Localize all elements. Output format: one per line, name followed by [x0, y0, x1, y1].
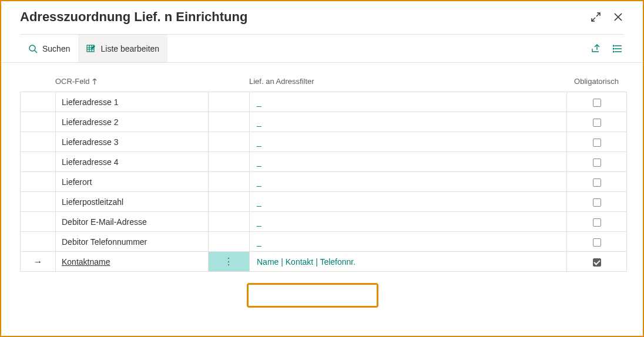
row-menu-cell[interactable] — [209, 112, 250, 132]
obligatory-cell[interactable] — [567, 232, 627, 252]
toolbar-right — [590, 43, 624, 55]
obligatory-cell[interactable] — [567, 152, 627, 172]
row-indicator — [21, 192, 56, 212]
address-filter-cell[interactable]: _ — [250, 152, 567, 172]
obligatory-checkbox[interactable] — [593, 238, 601, 247]
obligatory-cell[interactable] — [567, 212, 627, 232]
obligatory-checkbox[interactable] — [593, 139, 601, 147]
ocr-field-cell[interactable]: Lieferadresse 4 — [56, 152, 209, 172]
ocr-field-cell[interactable]: Debitor Telefonnummer — [56, 232, 209, 252]
row-indicator — [21, 172, 56, 192]
svg-point-4 — [613, 51, 614, 52]
highlight-annotation — [247, 283, 378, 308]
obligatory-cell[interactable] — [567, 92, 627, 112]
data-grid: Lieferadresse 1_Lieferadresse 2_Lieferad… — [20, 92, 627, 272]
address-filter-cell[interactable]: _ — [250, 112, 567, 132]
header: Adresszuordnung Lief. n Einrichtung — [1, 1, 643, 34]
table-row[interactable]: →Kontaktname⋮Name | Kontakt | Telefonnr. — [21, 252, 627, 272]
toolbar: Suchen Liste bearbeiten — [1, 35, 643, 63]
address-filter-cell[interactable]: _ — [250, 132, 567, 152]
ocr-field-cell[interactable]: Debitor E-Mail-Adresse — [56, 212, 209, 232]
obligatory-cell[interactable] — [567, 132, 627, 152]
close-icon[interactable] — [612, 11, 624, 23]
list-view-icon[interactable] — [612, 43, 624, 55]
row-indicator — [21, 152, 56, 172]
ocr-field-cell[interactable]: Lieferadresse 3 — [56, 132, 209, 152]
ocr-field-cell[interactable]: Lieferadresse 1 — [56, 92, 209, 112]
row-indicator — [21, 212, 56, 232]
expand-icon[interactable] — [590, 11, 602, 23]
address-filter-cell[interactable]: _ — [250, 172, 567, 192]
svg-point-3 — [613, 48, 614, 49]
row-menu-cell[interactable] — [209, 92, 250, 112]
obligatory-checkbox[interactable] — [593, 218, 601, 227]
obligatory-checkbox[interactable] — [593, 159, 601, 167]
row-indicator — [21, 92, 56, 112]
column-header-filter[interactable]: Lief. an Adressfilter — [249, 77, 566, 86]
obligatory-checkbox[interactable] — [593, 119, 601, 127]
table-row[interactable]: Lieferadresse 1_ — [21, 92, 627, 112]
table-row[interactable]: Debitor E-Mail-Adresse_ — [21, 212, 627, 232]
search-label: Suchen — [42, 44, 70, 53]
table-row[interactable]: Debitor Telefonnummer_ — [21, 232, 627, 252]
svg-point-2 — [613, 45, 614, 46]
row-menu-cell[interactable] — [209, 192, 250, 212]
grid-area: OCR-Feld Lief. an Adressfilter Obligator… — [1, 63, 643, 272]
table-row[interactable]: Lieferpostleitzahl_ — [21, 192, 627, 212]
table-row[interactable]: Lieferadresse 2_ — [21, 112, 627, 132]
address-filter-cell[interactable]: _ — [250, 232, 567, 252]
address-filter-cell[interactable]: _ — [250, 192, 567, 212]
row-indicator — [21, 232, 56, 252]
row-indicator: → — [21, 252, 56, 272]
row-indicator — [21, 112, 56, 132]
row-menu-cell[interactable] — [209, 172, 250, 192]
address-filter-cell[interactable]: Name | Kontakt | Telefonnr. — [250, 252, 567, 272]
row-menu-cell[interactable] — [209, 152, 250, 172]
row-indicator — [21, 132, 56, 152]
row-menu-cell[interactable] — [209, 232, 250, 252]
page-title: Adresszuordnung Lief. n Einrichtung — [20, 9, 247, 25]
column-header-oblig[interactable]: Obligatorisch — [566, 77, 626, 86]
more-vertical-icon[interactable]: ⋮ — [224, 257, 234, 267]
row-menu-cell[interactable] — [209, 212, 250, 232]
obligatory-checkbox[interactable] — [593, 178, 601, 187]
grid-header: OCR-Feld Lief. an Adressfilter Obligator… — [20, 77, 624, 92]
arrow-right-icon: → — [33, 257, 43, 267]
table-row[interactable]: Lieferadresse 3_ — [21, 132, 627, 152]
obligatory-cell[interactable] — [567, 112, 627, 132]
toolbar-left: Suchen Liste bearbeiten — [20, 35, 167, 62]
table-row[interactable]: Lieferort_ — [21, 172, 627, 192]
obligatory-cell[interactable] — [567, 252, 627, 272]
svg-point-0 — [29, 45, 35, 51]
ocr-field-cell[interactable]: Lieferadresse 2 — [56, 112, 209, 132]
ocr-field-cell[interactable]: Lieferpostleitzahl — [56, 192, 209, 212]
obligatory-cell[interactable] — [567, 172, 627, 192]
obligatory-checkbox[interactable] — [593, 258, 601, 267]
edit-list-button[interactable]: Liste bearbeiten — [78, 35, 167, 62]
column-header-ocr[interactable]: OCR-Feld — [55, 77, 97, 86]
address-filter-cell[interactable]: _ — [250, 92, 567, 112]
ocr-field-cell[interactable]: Kontaktname — [56, 252, 209, 272]
header-actions — [590, 11, 624, 23]
row-menu-cell[interactable]: ⋮ — [209, 252, 250, 272]
sort-asc-icon — [92, 79, 97, 85]
address-filter-cell[interactable]: _ — [250, 212, 567, 232]
obligatory-checkbox[interactable] — [593, 198, 601, 207]
obligatory-cell[interactable] — [567, 192, 627, 212]
share-icon[interactable] — [590, 43, 602, 55]
search-button[interactable]: Suchen — [20, 35, 78, 62]
row-menu-cell[interactable] — [209, 132, 250, 152]
edit-list-label: Liste bearbeiten — [100, 44, 159, 53]
ocr-field-cell[interactable]: Lieferort — [56, 172, 209, 192]
obligatory-checkbox[interactable] — [593, 99, 601, 107]
app-window: Adresszuordnung Lief. n Einrichtung — [0, 0, 644, 337]
table-row[interactable]: Lieferadresse 4_ — [21, 152, 627, 172]
